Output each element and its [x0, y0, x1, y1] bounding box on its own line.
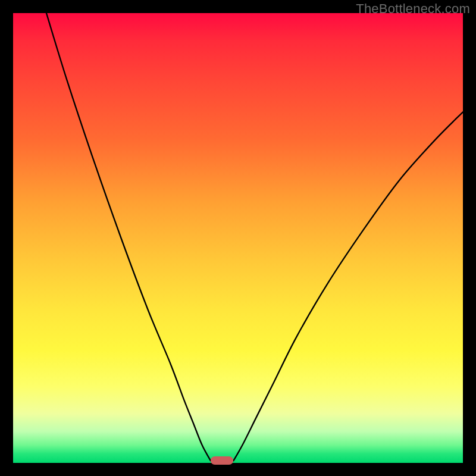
minimum-marker	[211, 456, 234, 465]
plot-area	[13, 13, 463, 463]
curve-left-branch	[46, 13, 211, 461]
curve-right-branch	[233, 112, 463, 461]
bottleneck-curve	[13, 13, 463, 463]
attribution-text: TheBottleneck.com	[356, 1, 470, 17]
chart-frame: TheBottleneck.com	[0, 0, 476, 476]
